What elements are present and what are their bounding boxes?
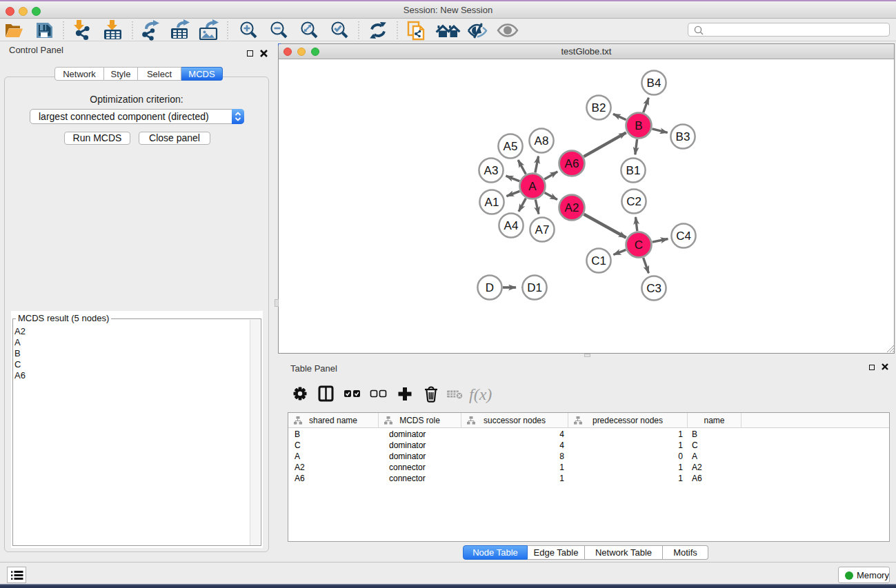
svg-text:f(x): f(x)	[469, 385, 492, 403]
svg-text:C1: C1	[591, 254, 606, 267]
svg-text:C3: C3	[646, 282, 661, 295]
svg-text:D1: D1	[527, 281, 542, 294]
svg-text:D: D	[486, 281, 494, 294]
svg-text:A2: A2	[565, 201, 579, 214]
svg-text:C4: C4	[676, 230, 691, 243]
svg-text:B4: B4	[647, 77, 661, 90]
svg-text:C: C	[635, 239, 643, 252]
svg-text:B: B	[635, 119, 642, 132]
svg-text:C2: C2	[626, 195, 641, 208]
svg-text:A: A	[528, 180, 537, 193]
svg-text:A8: A8	[535, 134, 549, 148]
svg-text:A1: A1	[485, 196, 499, 209]
svg-text:A3: A3	[484, 164, 499, 177]
svg-text:A4: A4	[504, 219, 519, 232]
svg-text:A5: A5	[504, 140, 518, 153]
svg-text:B2: B2	[592, 101, 606, 114]
svg-text:B1: B1	[626, 164, 641, 177]
svg-text:A7: A7	[535, 223, 550, 236]
svg-text:B3: B3	[676, 130, 690, 143]
svg-text:A6: A6	[565, 157, 579, 170]
